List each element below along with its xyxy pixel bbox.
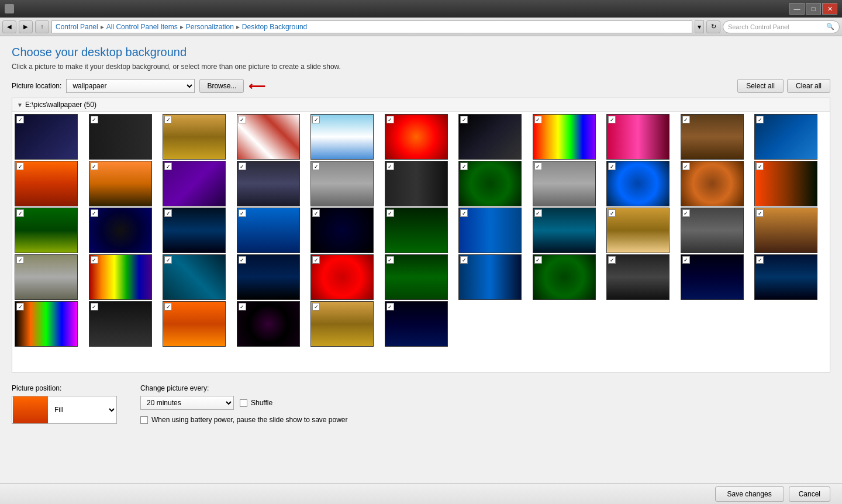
wallpaper-item-16[interactable]	[310, 161, 374, 206]
wallpaper-item-42[interactable]	[606, 254, 670, 300]
up-button[interactable]: ↑	[35, 20, 49, 33]
wallpaper-checkbox-13[interactable]	[91, 163, 98, 170]
wallpaper-item-9[interactable]	[606, 114, 670, 160]
wallpaper-checkbox-39[interactable]	[387, 256, 394, 264]
wallpaper-checkbox-29[interactable]	[460, 209, 468, 217]
wallpaper-checkbox-38[interactable]	[312, 256, 320, 264]
interval-select[interactable]: 10 seconds 30 seconds 1 minute 2 minutes…	[140, 396, 234, 410]
wallpaper-checkbox-10[interactable]	[682, 116, 690, 123]
wallpaper-item-4[interactable]	[237, 114, 300, 160]
wallpaper-item-17[interactable]	[385, 161, 448, 206]
search-box[interactable]: Search Control Panel 🔍	[723, 20, 840, 33]
wallpaper-item-10[interactable]	[681, 114, 744, 160]
wallpaper-checkbox-24[interactable]	[91, 209, 98, 217]
wallpaper-checkbox-46[interactable]	[91, 303, 98, 310]
wallpaper-checkbox-4[interactable]	[239, 116, 246, 123]
wallpaper-item-24[interactable]	[89, 208, 152, 253]
wallpaper-item-50[interactable]	[385, 301, 448, 347]
wallpaper-item-7[interactable]	[458, 114, 522, 160]
wallpaper-item-44[interactable]	[754, 254, 817, 300]
wallpaper-checkbox-2[interactable]	[91, 116, 98, 123]
wallpaper-checkbox-40[interactable]	[460, 256, 468, 264]
wallpaper-checkbox-21[interactable]	[682, 163, 690, 170]
wallpaper-checkbox-15[interactable]	[239, 163, 246, 170]
wallpaper-checkbox-26[interactable]	[239, 209, 246, 217]
wallpaper-checkbox-27[interactable]	[312, 209, 320, 217]
wallpaper-item-25[interactable]	[163, 208, 226, 253]
wallpaper-item-11[interactable]	[754, 114, 817, 160]
wallpaper-checkbox-34[interactable]	[16, 256, 24, 264]
wallpaper-item-38[interactable]	[310, 254, 374, 300]
wallpaper-checkbox-12[interactable]	[16, 163, 24, 170]
wallpaper-item-41[interactable]	[533, 254, 596, 300]
forward-button[interactable]: ▶	[19, 20, 33, 33]
save-changes-button[interactable]: Save changes	[715, 486, 784, 502]
battery-checkbox[interactable]	[140, 416, 148, 424]
wallpaper-checkbox-25[interactable]	[164, 209, 172, 217]
wallpaper-checkbox-17[interactable]	[387, 163, 394, 170]
breadcrumb-desktop-background[interactable]: Desktop Background	[242, 23, 307, 31]
wallpaper-item-15[interactable]	[237, 161, 300, 206]
wallpaper-item-13[interactable]	[89, 161, 152, 206]
wallpaper-item-37[interactable]	[237, 254, 300, 300]
wallpaper-checkbox-28[interactable]	[387, 209, 394, 217]
collapse-icon[interactable]: ▼	[17, 102, 23, 108]
breadcrumb-all-items[interactable]: All Control Panel Items	[106, 23, 178, 31]
wallpaper-checkbox-31[interactable]	[608, 209, 616, 217]
wallpaper-item-18[interactable]	[458, 161, 522, 206]
wallpaper-item-6[interactable]	[385, 114, 448, 160]
cancel-button[interactable]: Cancel	[789, 486, 830, 502]
wallpaper-item-12[interactable]	[15, 161, 78, 206]
wallpaper-item-8[interactable]	[533, 114, 596, 160]
wallpaper-checkbox-35[interactable]	[91, 256, 98, 264]
wallpaper-item-1[interactable]	[15, 114, 78, 160]
wallpaper-checkbox-49[interactable]	[312, 303, 320, 310]
wallpaper-checkbox-9[interactable]	[608, 116, 616, 123]
wallpaper-checkbox-44[interactable]	[756, 256, 764, 264]
minimize-button[interactable]: —	[789, 3, 805, 15]
wallpaper-checkbox-48[interactable]	[239, 303, 246, 310]
wallpaper-checkbox-20[interactable]	[608, 163, 616, 170]
wallpaper-item-34[interactable]	[15, 254, 78, 300]
breadcrumb-personalization[interactable]: Personalization	[186, 23, 234, 31]
wallpaper-item-48[interactable]	[237, 301, 300, 347]
clear-all-button[interactable]: Clear all	[787, 79, 830, 93]
breadcrumb-control-panel[interactable]: Control Panel	[56, 23, 98, 31]
wallpaper-item-19[interactable]	[533, 161, 596, 206]
wallpaper-checkbox-8[interactable]	[534, 116, 542, 123]
wallpaper-checkbox-16[interactable]	[312, 163, 320, 170]
wallpaper-item-35[interactable]	[89, 254, 152, 300]
shuffle-checkbox[interactable]	[240, 399, 247, 407]
refresh-button[interactable]: ↻	[706, 20, 720, 33]
wallpaper-checkbox-41[interactable]	[534, 256, 542, 264]
wallpaper-item-36[interactable]	[163, 254, 226, 300]
wallpaper-checkbox-11[interactable]	[756, 116, 764, 123]
wallpaper-item-22[interactable]	[754, 161, 817, 206]
wallpaper-item-26[interactable]	[237, 208, 300, 253]
wallpaper-checkbox-45[interactable]	[16, 303, 24, 310]
wallpaper-item-29[interactable]	[458, 208, 522, 253]
wallpaper-item-40[interactable]	[458, 254, 522, 300]
wallpaper-checkbox-6[interactable]	[387, 116, 394, 123]
wallpaper-checkbox-5[interactable]	[312, 116, 320, 123]
wallpaper-checkbox-19[interactable]	[534, 163, 542, 170]
wallpaper-checkbox-43[interactable]	[682, 256, 690, 264]
wallpaper-item-43[interactable]	[681, 254, 744, 300]
wallpaper-checkbox-18[interactable]	[460, 163, 468, 170]
wallpaper-item-28[interactable]	[385, 208, 448, 253]
wallpaper-item-47[interactable]	[163, 301, 226, 347]
wallpaper-checkbox-33[interactable]	[756, 209, 764, 217]
wallpaper-checkbox-23[interactable]	[16, 209, 24, 217]
wallpaper-checkbox-37[interactable]	[239, 256, 246, 264]
wallpaper-item-31[interactable]	[606, 208, 670, 253]
wallpaper-item-39[interactable]	[385, 254, 448, 300]
wallpaper-item-20[interactable]	[606, 161, 670, 206]
wallpaper-item-30[interactable]	[533, 208, 596, 253]
maximize-button[interactable]: □	[806, 3, 821, 15]
wallpaper-item-46[interactable]	[89, 301, 152, 347]
back-button[interactable]: ◀	[2, 20, 16, 33]
position-select[interactable]: Fill Fit Stretch Tile Center	[49, 396, 116, 423]
wallpaper-item-2[interactable]	[89, 114, 152, 160]
picture-location-select[interactable]: wallpapaer	[66, 79, 195, 93]
wallpaper-item-23[interactable]	[15, 208, 78, 253]
